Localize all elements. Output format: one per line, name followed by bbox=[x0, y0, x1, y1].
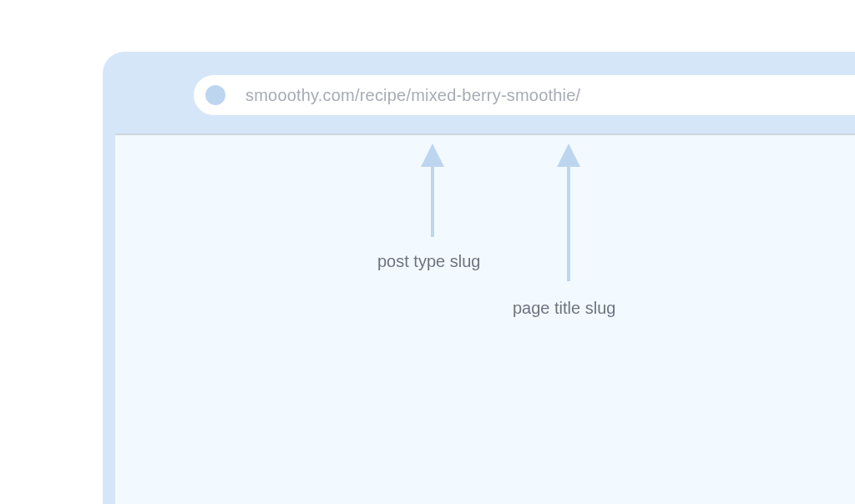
address-bar[interactable]: smooothy.com/recipe/mixed-berry-smoothie… bbox=[194, 75, 855, 115]
browser-content-area bbox=[115, 134, 855, 504]
label-page-title: page title slug bbox=[513, 299, 615, 318]
url-text: smooothy.com/recipe/mixed-berry-smoothie… bbox=[245, 86, 580, 105]
arrow-page-title bbox=[552, 144, 585, 281]
site-indicator-icon bbox=[205, 85, 225, 105]
svg-marker-3 bbox=[557, 144, 580, 167]
svg-marker-1 bbox=[421, 144, 444, 167]
label-post-type: post type slug bbox=[377, 252, 480, 271]
arrow-post-type bbox=[416, 144, 449, 237]
